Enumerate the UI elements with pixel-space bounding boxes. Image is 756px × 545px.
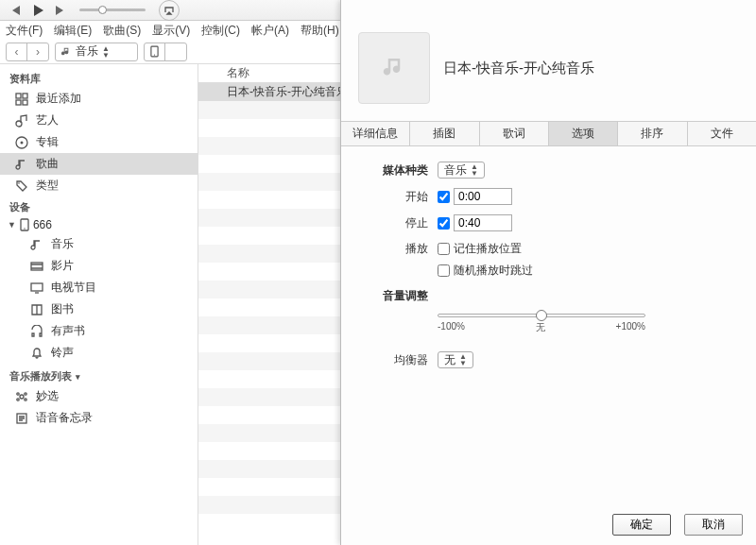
menu-help[interactable]: 帮助(H) xyxy=(301,23,339,39)
sidebar: 资料库 最近添加 艺人 专辑 歌曲 类型 设备 ▼666 音乐 影片 电视节目 … xyxy=(0,64,198,545)
disclosure-triangle-icon[interactable]: ▼ xyxy=(8,220,16,230)
svg-rect-3 xyxy=(16,94,21,98)
menu-view[interactable]: 显示(V) xyxy=(152,23,190,39)
artist-icon xyxy=(15,114,28,128)
airplay-button[interactable] xyxy=(159,0,180,21)
slider-thumb[interactable] xyxy=(536,310,547,321)
sidebar-header-devices: 设备 xyxy=(0,196,198,216)
sidebar-device-audiobooks[interactable]: 有声书 xyxy=(0,320,198,342)
next-track-button[interactable] xyxy=(51,3,70,18)
svg-rect-5 xyxy=(16,100,21,105)
sidebar-device-tv[interactable]: 电视节目 xyxy=(0,277,198,298)
sidebar-header-library: 资料库 xyxy=(0,68,198,88)
music-icon xyxy=(30,238,43,251)
phone-icon xyxy=(20,218,29,231)
sidebar-device-music[interactable]: 音乐 xyxy=(0,233,198,255)
song-info-panel: 日本-快音乐-开心纯音乐 详细信息 插图 歌词 选项 排序 文件 媒体种类 音乐… xyxy=(340,0,756,545)
volume-adjust-slider[interactable]: -100% 无 +100% xyxy=(438,314,645,334)
music-note-icon xyxy=(61,46,72,57)
tv-icon xyxy=(30,281,43,295)
svg-rect-4 xyxy=(23,94,27,98)
sidebar-playlist-genius[interactable]: 妙选 xyxy=(0,385,198,407)
media-type-select[interactable]: 音乐▲▼ xyxy=(438,162,485,179)
tab-sorting[interactable]: 排序 xyxy=(618,122,687,145)
sidebar-header-playlists[interactable]: 音乐播放列表▾ xyxy=(0,364,198,385)
equalizer-select[interactable]: 无▲▼ xyxy=(438,351,473,368)
menu-edit[interactable]: 编辑(E) xyxy=(54,23,92,39)
tab-details[interactable]: 详细信息 xyxy=(341,122,410,145)
chevron-updown-icon: ▲▼ xyxy=(102,45,110,59)
library-selector-label: 音乐 xyxy=(76,43,98,60)
sidebar-item-albums[interactable]: 专辑 xyxy=(0,131,198,153)
previous-track-button[interactable] xyxy=(6,3,25,18)
skip-shuffle-checkbox[interactable] xyxy=(438,264,450,277)
ok-button[interactable]: 确定 xyxy=(612,514,671,536)
menu-account[interactable]: 帐户(A) xyxy=(251,23,289,39)
tab-artwork[interactable]: 插图 xyxy=(410,122,479,145)
volume-thumb[interactable] xyxy=(98,6,107,14)
svg-point-15 xyxy=(20,395,24,399)
start-time-field[interactable] xyxy=(454,188,512,205)
book-icon xyxy=(30,303,43,316)
svg-rect-13 xyxy=(31,263,43,270)
bell-icon xyxy=(30,347,43,360)
options-form: 媒体种类 音乐▲▼ 开始 停止 播放 记住播放位置 随机播放时跳过 音量调整 - xyxy=(341,146,756,393)
media-type-label: 媒体种类 xyxy=(362,162,428,179)
svg-point-2 xyxy=(154,54,155,55)
remember-position-checkbox[interactable] xyxy=(438,243,450,255)
menu-control[interactable]: 控制(C) xyxy=(201,23,240,39)
nav-forward-button[interactable]: › xyxy=(27,43,48,60)
device-other-button[interactable] xyxy=(165,43,186,60)
volume-adjust-label: 音量调整 xyxy=(362,288,428,304)
svg-point-10 xyxy=(18,182,20,184)
svg-point-17 xyxy=(25,392,26,394)
equalizer-label: 均衡器 xyxy=(362,352,428,368)
tab-options[interactable]: 选项 xyxy=(549,122,618,145)
svg-point-18 xyxy=(17,398,19,400)
svg-point-12 xyxy=(24,228,25,229)
nav-back-forward: ‹ › xyxy=(6,43,49,61)
svg-point-16 xyxy=(17,392,19,394)
sidebar-device-books[interactable]: 图书 xyxy=(0,298,198,320)
genre-icon xyxy=(15,179,28,193)
stop-label: 停止 xyxy=(362,215,428,231)
tab-file[interactable]: 文件 xyxy=(688,122,756,145)
sidebar-device[interactable]: ▼666 xyxy=(0,216,198,233)
menu-file[interactable]: 文件(F) xyxy=(6,23,43,39)
album-art-placeholder xyxy=(358,32,430,104)
sidebar-playlist-voicememos[interactable]: 语音备忘录 xyxy=(0,407,198,429)
sidebar-item-songs[interactable]: 歌曲 xyxy=(0,153,198,175)
song-info-tabs: 详细信息 插图 歌词 选项 排序 文件 xyxy=(341,121,756,146)
album-icon xyxy=(15,136,28,149)
sidebar-device-ringtones[interactable]: 铃声 xyxy=(0,342,198,364)
svg-point-9 xyxy=(21,141,24,144)
tab-lyrics[interactable]: 歌词 xyxy=(480,122,549,145)
playback-label: 播放 xyxy=(362,241,428,257)
song-icon xyxy=(15,158,28,171)
nav-back-button[interactable]: ‹ xyxy=(7,43,27,60)
play-button[interactable] xyxy=(28,3,47,18)
chevron-down-icon: ▾ xyxy=(76,372,80,382)
svg-rect-6 xyxy=(23,100,27,105)
stop-checkbox[interactable] xyxy=(438,217,450,230)
song-info-title: 日本-快音乐-开心纯音乐 xyxy=(443,60,594,77)
start-label: 开始 xyxy=(362,189,428,205)
volume-slider[interactable] xyxy=(79,9,146,11)
sidebar-device-movies[interactable]: 影片 xyxy=(0,255,198,277)
menu-song[interactable]: 歌曲(S) xyxy=(103,23,141,39)
sidebar-item-artists[interactable]: 艺人 xyxy=(0,110,198,131)
voicememo-icon xyxy=(15,412,28,425)
device-phone-button[interactable] xyxy=(145,43,165,60)
sidebar-item-recent[interactable]: 最近添加 xyxy=(0,88,198,110)
start-checkbox[interactable] xyxy=(438,191,450,203)
audiobook-icon xyxy=(30,325,43,338)
svg-rect-14 xyxy=(31,283,43,291)
svg-point-19 xyxy=(25,398,26,400)
device-selector xyxy=(144,43,187,61)
library-selector[interactable]: 音乐 ▲▼ xyxy=(55,43,138,61)
stop-time-field[interactable] xyxy=(454,214,512,231)
recent-icon xyxy=(15,93,28,106)
sidebar-item-genres[interactable]: 类型 xyxy=(0,175,198,196)
cancel-button[interactable]: 取消 xyxy=(684,514,743,536)
movie-icon xyxy=(30,260,43,273)
